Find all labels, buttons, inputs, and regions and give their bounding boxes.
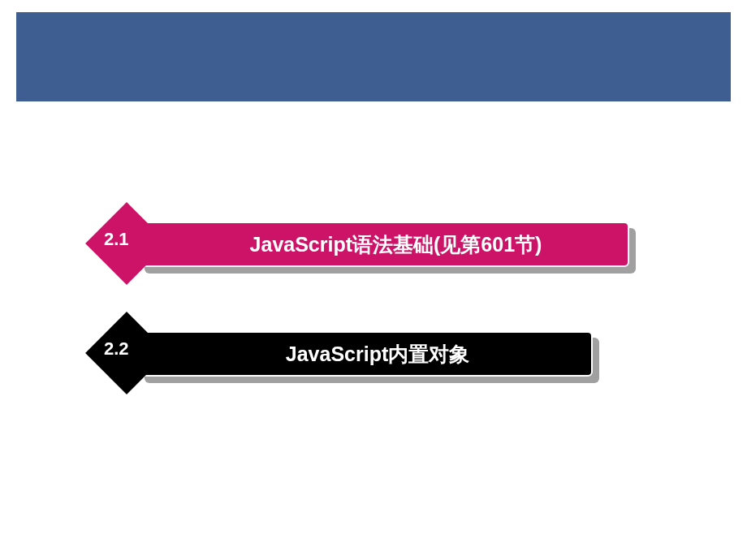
section-bar-container: JavaScript语法基础(见第601节) [138,222,629,267]
section-number: 2.1 [104,229,129,250]
section-bar: JavaScript语法基础(见第601节) [138,222,629,267]
section-number: 2.2 [104,338,129,360]
section-bar: JavaScript内置对象 [138,331,593,377]
section-title: JavaScript语法基础(见第601节) [226,231,542,258]
section-bar-container: JavaScript内置对象 [138,331,593,377]
header-banner [16,12,731,101]
section-title: JavaScript内置对象 [261,341,469,368]
